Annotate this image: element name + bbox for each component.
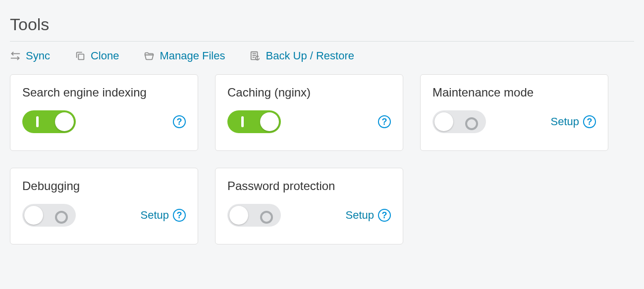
- card-actions: ?: [173, 115, 186, 128]
- backup-restore-icon: [250, 50, 261, 61]
- card-title: Password protection: [227, 179, 391, 193]
- help-icon[interactable]: ?: [173, 209, 186, 222]
- card-password-protection: Password protectionSetup?: [215, 168, 403, 244]
- cards-grid: Search engine indexing?Caching (nginx)?M…: [10, 74, 634, 244]
- card-title: Search engine indexing: [22, 86, 186, 99]
- card-row: Setup?: [227, 204, 391, 227]
- card-actions: Setup?: [346, 209, 391, 222]
- divider: [10, 41, 634, 42]
- card-row: Setup?: [22, 204, 186, 227]
- help-icon[interactable]: ?: [173, 115, 186, 128]
- setup-link[interactable]: Setup: [346, 209, 375, 222]
- setup-link[interactable]: Setup: [551, 115, 580, 128]
- card-actions: Setup?: [551, 115, 596, 128]
- help-icon[interactable]: ?: [583, 115, 596, 128]
- card-search-indexing: Search engine indexing?: [10, 74, 198, 151]
- card-debugging: DebuggingSetup?: [10, 168, 198, 244]
- toggle-caching[interactable]: [227, 110, 281, 133]
- card-title: Maintenance mode: [432, 86, 596, 99]
- manage-files-link[interactable]: Manage Files: [144, 49, 225, 62]
- card-row: Setup?: [432, 110, 596, 133]
- toggle-knob: [24, 206, 43, 225]
- clone-label: Clone: [91, 49, 119, 62]
- toggle-knob: [434, 112, 453, 131]
- card-caching: Caching (nginx)?: [215, 74, 403, 151]
- toggle-password-protection[interactable]: [227, 204, 281, 227]
- folder-open-icon: [144, 50, 155, 61]
- toggle-knob: [260, 112, 279, 131]
- toggle-maintenance-mode[interactable]: [432, 110, 486, 133]
- card-row: ?: [22, 110, 186, 133]
- help-icon[interactable]: ?: [378, 115, 391, 128]
- clone-icon: [75, 50, 86, 61]
- card-actions: ?: [378, 115, 391, 128]
- help-icon[interactable]: ?: [378, 209, 391, 222]
- toggle-debugging[interactable]: [22, 204, 76, 227]
- svg-rect-0: [78, 54, 84, 59]
- clone-link[interactable]: Clone: [75, 49, 119, 62]
- sync-link[interactable]: Sync: [10, 49, 50, 62]
- sync-label: Sync: [26, 49, 50, 62]
- toggle-knob: [229, 206, 248, 225]
- manage-files-label: Manage Files: [160, 49, 225, 62]
- card-title: Debugging: [22, 179, 186, 193]
- page-title: Tools: [10, 15, 634, 34]
- backup-restore-link[interactable]: Back Up / Restore: [250, 49, 354, 62]
- setup-link[interactable]: Setup: [141, 209, 169, 222]
- card-row: ?: [227, 110, 391, 133]
- toggle-knob: [55, 112, 74, 131]
- card-maintenance-mode: Maintenance modeSetup?: [420, 74, 608, 151]
- backup-restore-label: Back Up / Restore: [266, 49, 354, 62]
- sync-icon: [10, 50, 21, 61]
- toolbar: Sync Clone Manage Files Back Up: [10, 47, 634, 74]
- card-title: Caching (nginx): [227, 86, 391, 99]
- toggle-search-indexing[interactable]: [22, 110, 76, 133]
- card-actions: Setup?: [141, 209, 186, 222]
